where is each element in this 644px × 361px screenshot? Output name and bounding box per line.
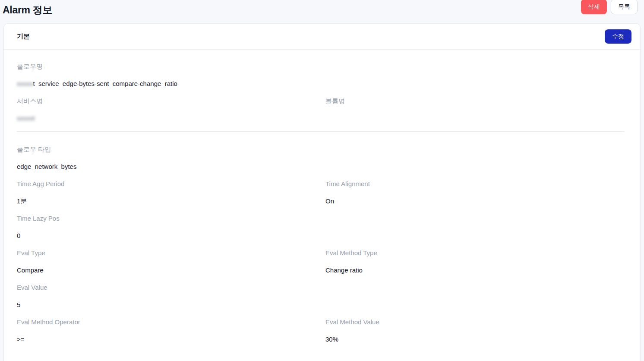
field-time-alignment: Time Alignment On xyxy=(322,179,631,206)
redacted-text: sxxxxt xyxy=(17,114,35,122)
flow-type-value: edge_network_bytes xyxy=(17,162,322,171)
redacted-text: xxxxx xyxy=(17,80,33,87)
list-button[interactable]: 목록 xyxy=(611,0,638,14)
volume-name-value xyxy=(325,114,631,123)
basic-info-card: 기본 수정 플로우명 xxxxxt_service_edge-bytes-sen… xyxy=(3,23,641,361)
field-row: 서비스명 sxxxxt 볼륨명 xyxy=(13,96,631,131)
field-eval-type: Eval Type Compare xyxy=(13,248,322,275)
eval-method-type-value: Change ratio xyxy=(325,266,631,275)
page-title: Alarm 정보 xyxy=(3,3,52,17)
field-eval-method-value: Eval Method Value 30% xyxy=(322,317,631,344)
field-spacer xyxy=(322,214,631,240)
field-row: Time Lazy Pos 0 xyxy=(13,214,631,248)
time-lazy-pos-label: Time Lazy Pos xyxy=(17,214,322,223)
card-body: 플로우명 xxxxxt_service_edge-bytes-sent_comp… xyxy=(4,50,640,361)
field-spacer xyxy=(322,145,631,171)
field-spacer xyxy=(322,283,631,309)
eval-value-label: Eval Value xyxy=(17,283,322,292)
top-actions: 삭제 목록 xyxy=(581,0,638,14)
flow-name-value: xxxxxt_service_edge-bytes-sent_compare-c… xyxy=(17,79,322,88)
field-flow-type: 플로우 타입 edge_network_bytes xyxy=(13,145,322,171)
field-row: Time Agg Period 1분 Time Alignment On xyxy=(13,179,631,214)
field-row: Eval Type Compare Eval Method Type Chang… xyxy=(13,248,631,283)
flow-name-value-text: t_service_edge-bytes-sent_compare-change… xyxy=(33,80,177,87)
edit-button[interactable]: 수정 xyxy=(605,29,631,44)
time-agg-period-value: 1분 xyxy=(17,196,322,206)
field-time-agg-period: Time Agg Period 1분 xyxy=(13,179,322,206)
flow-name-label: 플로우명 xyxy=(17,62,322,71)
top-bar: Alarm 정보 삭제 목록 xyxy=(0,0,644,23)
field-row: Eval Method Operator >= Eval Method Valu… xyxy=(13,317,631,352)
volume-name-label: 볼륨명 xyxy=(325,96,631,105)
eval-method-value-label: Eval Method Value xyxy=(325,317,631,326)
service-name-value: sxxxxt xyxy=(17,114,322,123)
delete-button[interactable]: 삭제 xyxy=(581,0,607,14)
field-spacer xyxy=(322,62,631,88)
eval-method-operator-value: >= xyxy=(17,335,322,344)
eval-method-value-value: 30% xyxy=(325,335,631,344)
field-eval-method-operator: Eval Method Operator >= xyxy=(13,317,322,344)
eval-method-operator-label: Eval Method Operator xyxy=(17,317,322,326)
eval-value-value: 5 xyxy=(17,300,322,309)
field-flow-name: 플로우명 xxxxxt_service_edge-bytes-sent_comp… xyxy=(13,62,322,88)
field-eval-value: Eval Value 5 xyxy=(13,283,322,309)
time-alignment-label: Time Alignment xyxy=(325,179,631,188)
time-lazy-pos-value: 0 xyxy=(17,231,322,240)
card-header: 기본 수정 xyxy=(4,24,640,50)
field-eval-method-type: Eval Method Type Change ratio xyxy=(322,248,631,275)
field-row: 플로우 타입 edge_network_bytes xyxy=(13,145,631,179)
field-time-lazy-pos: Time Lazy Pos 0 xyxy=(13,214,322,240)
time-agg-period-label: Time Agg Period xyxy=(17,179,322,188)
section-divider xyxy=(17,131,625,132)
eval-method-type-label: Eval Method Type xyxy=(325,248,631,257)
field-row: 플로우명 xxxxxt_service_edge-bytes-sent_comp… xyxy=(13,62,631,96)
time-alignment-value: On xyxy=(325,196,631,206)
field-volume-name: 볼륨명 xyxy=(322,96,631,123)
section-title: 기본 xyxy=(13,32,30,41)
eval-type-label: Eval Type xyxy=(17,248,322,257)
field-row: Eval Value 5 xyxy=(13,283,631,317)
service-name-label: 서비스명 xyxy=(17,96,322,105)
field-service-name: 서비스명 sxxxxt xyxy=(13,96,322,123)
eval-type-value: Compare xyxy=(17,266,322,275)
flow-type-label: 플로우 타입 xyxy=(17,145,322,154)
